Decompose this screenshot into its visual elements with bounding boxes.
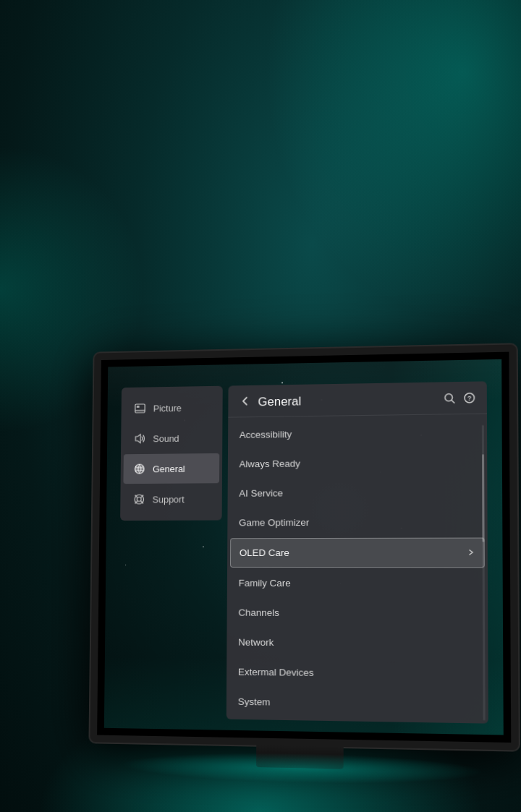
svg-rect-0: [135, 404, 145, 413]
menu-item-game-optimizer[interactable]: Game Optimizer: [227, 507, 487, 537]
bg-glow-top: [232, 0, 521, 362]
main-panel: General: [226, 381, 488, 723]
back-button[interactable]: [240, 396, 251, 410]
svg-line-15: [452, 401, 454, 403]
svg-marker-3: [135, 435, 140, 443]
sidebar-item-general[interactable]: General: [123, 453, 219, 484]
menu-list: AccessibilityAlways ReadyAI ServiceGame …: [226, 414, 488, 724]
tv-stand: [256, 745, 344, 769]
menu-item-label-system: System: [238, 696, 271, 708]
sidebar-label-picture: Picture: [153, 403, 182, 414]
tv-container: Picture Sound: [90, 344, 519, 772]
menu-item-label-accessibility: Accessibility: [240, 429, 292, 440]
sidebar-label-general: General: [153, 463, 185, 474]
svg-point-9: [137, 497, 141, 502]
sidebar-item-sound[interactable]: Sound: [124, 423, 220, 454]
picture-icon: [134, 402, 146, 415]
chevron-right-icon: [467, 547, 475, 557]
tv-screen: Picture Sound: [104, 359, 504, 735]
panel-header: General: [228, 381, 487, 417]
search-icon[interactable]: [444, 393, 454, 406]
tv-bezel: Picture Sound: [90, 344, 518, 750]
menu-item-label-network: Network: [238, 637, 274, 648]
menu-item-system[interactable]: System: [226, 686, 488, 720]
help-icon[interactable]: ?: [464, 393, 475, 406]
svg-rect-1: [137, 406, 140, 408]
menu-item-channels[interactable]: Channels: [227, 598, 488, 629]
panel-header-right: ?: [444, 393, 475, 406]
menu-item-label-channels: Channels: [238, 607, 279, 618]
menu-item-external-devices[interactable]: Extermal Devices: [226, 657, 488, 690]
sidebar-label-support: Support: [153, 494, 185, 505]
sidebar-item-support[interactable]: Support: [123, 484, 219, 514]
sidebar: Picture Sound: [120, 386, 223, 521]
panel-title: General: [258, 395, 301, 410]
menu-ui: Picture Sound: [118, 381, 488, 719]
menu-item-always-ready[interactable]: Always Ready: [228, 447, 488, 479]
sound-icon: [133, 432, 145, 445]
menu-item-label-external-devices: Extermal Devices: [238, 667, 314, 678]
sidebar-item-picture[interactable]: Picture: [124, 393, 219, 424]
panel-header-left: General: [240, 395, 301, 410]
menu-item-label-always-ready: Always Ready: [240, 458, 300, 470]
support-icon: [133, 493, 145, 506]
menu-item-label-family-care: Family Care: [239, 578, 291, 589]
menu-item-accessibility[interactable]: Accessibility: [228, 417, 487, 450]
menu-item-label-ai-service: AI Service: [239, 487, 283, 498]
sidebar-label-sound: Sound: [153, 433, 179, 444]
menu-item-network[interactable]: Network: [226, 627, 488, 659]
menu-item-label-game-optimizer: Game Optimizer: [239, 517, 309, 528]
general-icon: [133, 463, 145, 476]
menu-item-family-care[interactable]: Family Care: [227, 568, 488, 599]
menu-item-ai-service[interactable]: AI Service: [228, 476, 488, 508]
svg-text:?: ?: [467, 395, 472, 402]
scroll-thumb: [482, 454, 485, 542]
menu-item-oled-care[interactable]: OLED Care: [230, 538, 485, 568]
menu-item-label-oled-care: OLED Care: [240, 547, 289, 558]
